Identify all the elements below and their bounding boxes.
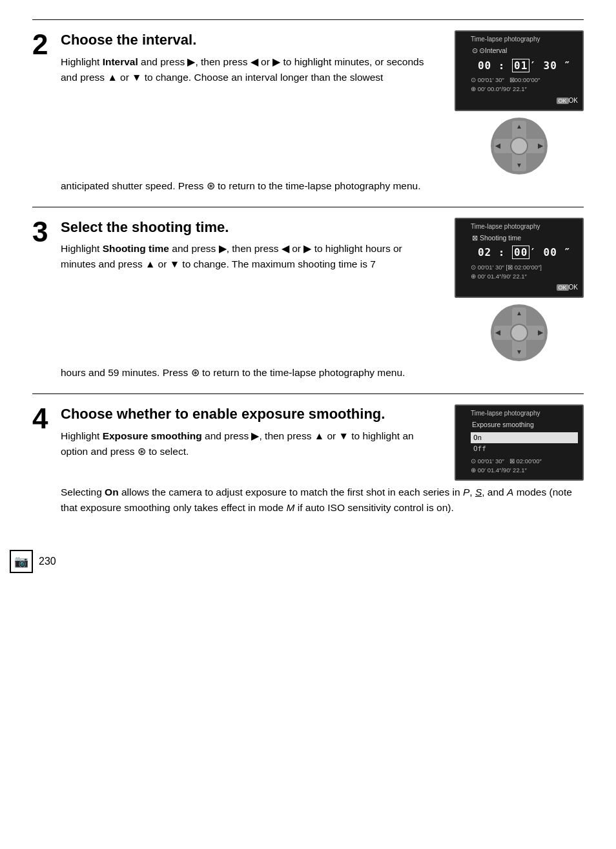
cam-ok-2: OKOK <box>471 96 578 105</box>
section-3-text: Select the shooting time. Highlight Shoo… <box>61 218 438 273</box>
cam-screen-2: Time-lapse photography ⊙⊙Interval 00 : 0… <box>455 30 584 111</box>
cam-menu-2: ⊙⊙Interval <box>471 45 578 56</box>
cam-info-4: ⊙ 00′01′ 30″ ⊠ 02:00′00″ ⊕ 00′ 01.4″/90′… <box>471 457 578 476</box>
section-3-content: Select the shooting time. Highlight Shoo… <box>61 218 584 381</box>
section-2-body: Highlight Interval and press ▶, then pre… <box>61 54 438 85</box>
section-3-title: Select the shooting time. <box>61 218 438 238</box>
cam-menu-4: Exposure smoothing <box>471 419 578 430</box>
section-4-text: Choose whether to enable exposure smooth… <box>61 404 438 459</box>
cam-value-2: 00 : 01′ 30 ″ <box>471 59 578 73</box>
cam-info-3: ⊙ 00′01′ 30″ [⊠ 02:00′00″] ⊕ 00′ 01.4″/9… <box>471 263 578 282</box>
section-2: 2 Choose the interval. Highlight Interva… <box>32 19 584 194</box>
section-2-text: Choose the interval. Highlight Interval … <box>61 30 438 85</box>
camera-icon: 📷 <box>10 550 33 573</box>
section-2-visual: Time-lapse photography ⊙⊙Interval 00 : 0… <box>448 30 584 174</box>
section-4: 4 Choose whether to enable exposure smoo… <box>32 393 584 516</box>
page-number: 230 <box>39 554 56 569</box>
section-2-extra: anticipated shutter speed. Press ⊛ to re… <box>61 178 584 194</box>
cam-menu-3: ⊠ Shooting time <box>471 233 578 244</box>
step-number-3: 3 <box>32 218 61 381</box>
section-4-extra: Selecting On allows the camera to adjust… <box>61 485 584 516</box>
section-4-visual: Time-lapse photography Exposure smoothin… <box>448 404 584 481</box>
cam-options-4: On Off <box>471 432 578 455</box>
dpad-3: ▲ ▼ ◀ ▶ <box>491 304 548 361</box>
section-2-content: Choose the interval. Highlight Interval … <box>61 30 584 194</box>
section-3: 3 Select the shooting time. Highlight Sh… <box>32 207 584 381</box>
section-3-body: Highlight Shooting time and press ▶, the… <box>61 241 438 272</box>
step-number-2: 2 <box>32 30 61 194</box>
cam-title-4: Time-lapse photography <box>471 409 578 418</box>
cam-value-3: 02 : 00′ 00 ″ <box>471 246 578 260</box>
section-4-content: Choose whether to enable exposure smooth… <box>61 404 584 516</box>
dpad-2: ▲ ▼ ◀ ▶ <box>491 118 548 174</box>
section-3-visual: Time-lapse photography ⊠ Shooting time 0… <box>448 218 584 362</box>
option-off: Off <box>471 443 578 454</box>
cam-title-3: Time-lapse photography <box>471 222 578 231</box>
section-4-title: Choose whether to enable exposure smooth… <box>61 404 438 424</box>
option-on: On <box>471 432 578 443</box>
cam-title-2: Time-lapse photography <box>471 35 578 44</box>
cam-info-2: ⊙ 00′01′ 30″ ⊠00:00′00″ ⊕ 00′ 00.0″/90′ … <box>471 76 578 94</box>
page-footer: 📷 230 <box>32 554 584 569</box>
section-3-extra: hours and 59 minutes. Press ⊛ to return … <box>61 365 584 381</box>
cam-screen-3: Time-lapse photography ⊠ Shooting time 0… <box>455 218 584 299</box>
section-4-body: Highlight Exposure smoothing and press ▶… <box>61 428 438 459</box>
cam-screen-4: Time-lapse photography Exposure smoothin… <box>455 404 584 481</box>
step-number-4: 4 <box>32 404 61 516</box>
section-2-title: Choose the interval. <box>61 30 438 50</box>
cam-ok-3: OKOK <box>471 283 578 292</box>
